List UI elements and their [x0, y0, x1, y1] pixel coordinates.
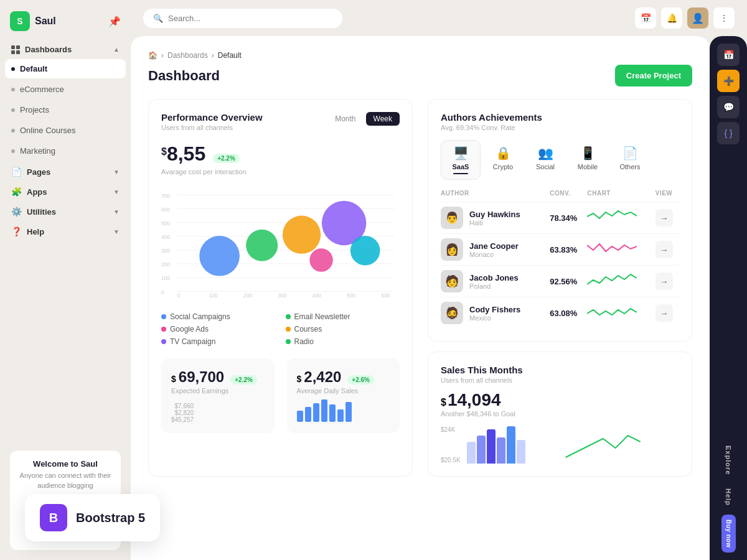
- others-label: Others: [619, 163, 640, 170]
- mini-chart-3: [587, 271, 637, 289]
- search-box[interactable]: 🔍: [143, 9, 342, 28]
- nav-item-online-courses[interactable]: Online Courses: [5, 121, 126, 140]
- tab-others[interactable]: 📄 Others: [610, 140, 650, 180]
- author-info-4: 🧔 Cody Fishers Mexico: [441, 302, 550, 324]
- right-panel-calendar-btn[interactable]: 📅: [717, 44, 740, 66]
- nav-group-utilities-label: Utilities: [27, 207, 56, 217]
- sales-bars: $24K $20.5K: [441, 426, 679, 464]
- view-cell-1[interactable]: →: [655, 202, 679, 234]
- stat-sales-value-row: $ 2,420 +2.6%: [297, 368, 390, 386]
- svg-point-38: [309, 248, 332, 271]
- chart-cell-1: [587, 202, 655, 234]
- performance-value-label: Avarage cost per interaction: [161, 168, 400, 175]
- nav-group-utilities[interactable]: ⚙️ Utilities ▼: [5, 202, 126, 222]
- explore-label[interactable]: Explore: [725, 441, 732, 480]
- legend-dot-radio: [286, 339, 291, 344]
- tab-crypto[interactable]: 🔒 Crypto: [483, 140, 523, 180]
- right-column: Authors Achievements Avg. 69.34% Conv. R…: [428, 99, 692, 477]
- performance-card-header: Performance Overview Users from all chan…: [161, 112, 400, 140]
- pin-icon[interactable]: 📌: [108, 16, 121, 27]
- nav-dot-default: [11, 67, 15, 71]
- svg-point-39: [350, 236, 380, 266]
- crypto-icon: 🔒: [496, 146, 511, 161]
- author-cell-2: 👩 Jane Cooper Monaco: [441, 234, 550, 266]
- bootstrap-logo: B: [40, 504, 67, 531]
- view-btn-4[interactable]: →: [655, 304, 673, 322]
- sales-card: Sales This Months Users from all channel…: [428, 352, 692, 477]
- performance-big-value: $8,55: [161, 142, 205, 166]
- tab-saas[interactable]: 🖥️ SaaS: [441, 140, 481, 180]
- right-panel-code-btn[interactable]: { }: [717, 122, 740, 144]
- nav-dot-projects: [11, 108, 15, 112]
- sales-value-row: $ 14,094: [441, 390, 679, 410]
- right-panel-plus-btn[interactable]: ➕: [717, 70, 740, 92]
- conv-cell-4: 63.08%: [550, 297, 587, 329]
- dashboards-chevron-icon: ▲: [113, 46, 120, 53]
- svg-point-34: [199, 236, 240, 276]
- sidebar-nav: Dashboards ▲ Default eCommerce Projects …: [0, 40, 131, 441]
- breadcrumb-parent[interactable]: Dashboards: [167, 51, 208, 60]
- conv-cell-1: 78.34%: [550, 202, 587, 234]
- period-week-btn[interactable]: Week: [366, 112, 400, 126]
- svg-text:200: 200: [243, 292, 252, 299]
- legend-google-ads: Google Ads: [161, 325, 276, 334]
- author-name-2: Jane Cooper: [469, 241, 519, 251]
- svg-text:100: 100: [209, 292, 218, 299]
- author-location-3: Poland: [469, 282, 519, 290]
- tab-social[interactable]: 👥 Social: [525, 140, 565, 180]
- author-cell-3: 🧑 Jacob Jones Poland: [441, 266, 550, 297]
- bar-1: [297, 411, 303, 422]
- calendar-icon-btn[interactable]: 📅: [635, 7, 656, 29]
- view-btn-2[interactable]: →: [655, 241, 673, 258]
- performance-subtitle: Users from all channels: [161, 124, 263, 131]
- author-info-1: 👨 Guy Hawkins Haiti: [441, 207, 550, 229]
- stat-sales-prefix: $: [297, 374, 302, 384]
- view-cell-3[interactable]: →: [655, 266, 679, 297]
- search-input[interactable]: [168, 14, 332, 23]
- nav-item-projects[interactable]: Projects: [5, 100, 126, 119]
- bell-icon-btn[interactable]: 🔔: [661, 7, 682, 29]
- nav-item-ecommerce[interactable]: eCommerce: [5, 80, 126, 99]
- view-btn-3[interactable]: →: [655, 273, 673, 290]
- period-month-btn[interactable]: Month: [327, 112, 363, 126]
- th-conv: CONV.: [550, 190, 587, 202]
- nav-group-pages[interactable]: 📄 Pages ▼: [5, 162, 126, 182]
- create-project-button[interactable]: Create Project: [615, 65, 692, 86]
- tab-mobile[interactable]: 📱 Mobile: [568, 140, 608, 180]
- buy-now-btn[interactable]: Buy now: [721, 515, 736, 553]
- legend-social-campaigns: Social Campaigns: [161, 312, 276, 321]
- view-cell-2[interactable]: →: [655, 234, 679, 266]
- menu-icon-btn[interactable]: ⋮: [713, 7, 735, 29]
- nav-group-help[interactable]: ❓ Help ▼: [5, 222, 126, 241]
- help-label[interactable]: Help: [725, 483, 732, 511]
- help-icon: ❓: [11, 226, 22, 236]
- legend-radio: Radio: [286, 337, 400, 346]
- breadcrumb-home[interactable]: 🏠: [148, 51, 157, 60]
- stat-earnings-value-row: $ 69,700 +2.2%: [171, 368, 265, 386]
- nav-dot-marketing: [11, 149, 15, 153]
- author-details-2: Jane Cooper Monaco: [469, 241, 519, 258]
- dashboard-panel: 🏠 › Dashboards › Default Dashboard Creat…: [131, 36, 710, 560]
- chart-cell-4: [587, 297, 655, 329]
- search-icon: 🔍: [153, 14, 163, 23]
- breadcrumb-current: Default: [218, 51, 242, 60]
- mini-chart-2: [587, 239, 637, 258]
- nav-label-marketing: Marketing: [20, 146, 55, 156]
- sales-prefix: $: [441, 397, 446, 408]
- nav-group-apps[interactable]: 🧩 Apps ▼: [5, 182, 126, 202]
- social-icon: 👥: [538, 146, 553, 161]
- conv-rate-1: 78.34%: [550, 213, 577, 223]
- right-panel-chat-btn[interactable]: 💬: [717, 96, 740, 118]
- user-avatar[interactable]: 👤: [687, 7, 708, 29]
- view-cell-4[interactable]: →: [655, 297, 679, 329]
- nav-item-marketing[interactable]: Marketing: [5, 141, 126, 161]
- conv-cell-3: 92.56%: [550, 266, 587, 297]
- authors-subtitle: Avg. 69.34% Conv. Rate: [441, 124, 679, 131]
- svg-text:100: 100: [161, 275, 170, 281]
- chart-cell-3: [587, 266, 655, 297]
- nav-item-default[interactable]: Default: [5, 59, 126, 78]
- nav-group-dashboards[interactable]: Dashboards ▲: [5, 40, 126, 59]
- saas-icon: 🖥️: [453, 146, 469, 161]
- view-btn-1[interactable]: →: [655, 209, 673, 226]
- sales-bar-5: [507, 426, 515, 464]
